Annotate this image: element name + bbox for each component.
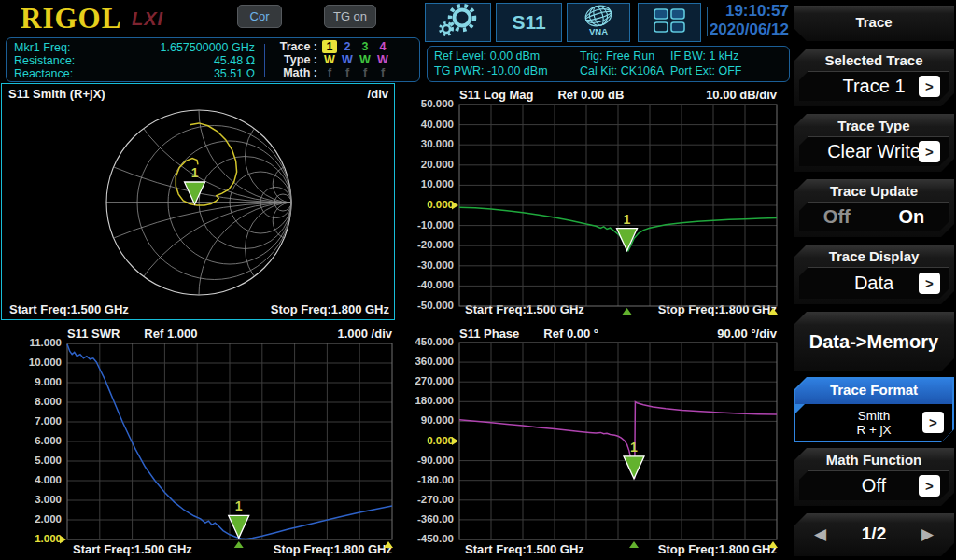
trace-3-type: W: [358, 53, 373, 66]
chevron-right-icon: >: [919, 273, 940, 294]
marker-1-triangle[interactable]: [185, 182, 205, 204]
vna-globe-icon: VNA: [578, 4, 619, 41]
type-row-label: Type :: [271, 53, 317, 66]
reactance-value: 35.51 Ω: [214, 67, 255, 80]
swr-chart-quadrant[interactable]: S11 SWR Ref 1.000 1.000 /div Start Freq:…: [0, 322, 400, 560]
phase-plot: 1: [459, 343, 777, 539]
rigol-logo: RIGOL: [21, 2, 121, 35]
measurement-s11-button[interactable]: S11: [496, 3, 562, 42]
page-next-arrow-icon[interactable]: ▶: [921, 525, 934, 544]
swr-stop-freq: Stop Freq:1.800 GHz: [274, 542, 392, 556]
chevron-right-icon: >: [922, 412, 944, 433]
y-tick-label: 270.000: [401, 375, 454, 388]
softkey-trace-type[interactable]: Trace Type Clear Write >: [794, 114, 954, 172]
reactance-label: Reactance:: [14, 67, 73, 80]
softkey-selected-trace[interactable]: Selected Trace Trace 1 >: [794, 49, 954, 106]
softkey-menu: Trace Selected Trace Trace 1 > Trace Typ…: [792, 0, 956, 560]
softkey-trace-update[interactable]: Trace Update Off On: [794, 179, 954, 237]
smith-chart-quadrant[interactable]: S11 Smith (R+jX) /div 1 Start Freq:1.500…: [1, 83, 395, 320]
ref-level-arrow-icon: [452, 437, 458, 445]
y-tick-label: 6.000: [0, 435, 62, 448]
marker-1-label: 1: [191, 165, 199, 180]
logmag-plot: 1: [459, 105, 777, 306]
softkey-trace-format[interactable]: Trace Format Smith R + jX >: [794, 377, 954, 442]
softkey-trace-display[interactable]: Trace Display Data >: [794, 245, 954, 304]
y-tick-label: -10.000: [401, 219, 454, 232]
swr-plot: 1: [67, 343, 392, 539]
quad-layout-grid-icon: [651, 6, 688, 39]
trigger-value: Trig: Free Run: [580, 49, 654, 63]
y-tick-label: -30.000: [401, 259, 454, 273]
trace-2-indicator[interactable]: 2: [340, 40, 355, 53]
trace-4-type: W: [375, 53, 390, 66]
softkey-data-to-memory[interactable]: Data->Memory: [794, 312, 954, 371]
marker-1-triangle[interactable]: [624, 456, 644, 479]
trace-3-indicator[interactable]: 3: [358, 40, 373, 53]
y-tick-label: 2.000: [0, 513, 62, 526]
math-row-label: Math :: [271, 66, 317, 79]
trace-1-indicator[interactable]: 1: [322, 40, 337, 53]
chevron-right-icon: >: [919, 475, 940, 497]
y-tick-label: 7.000: [0, 415, 62, 428]
y-tick-label: 50.000: [401, 98, 454, 111]
chevron-right-icon: >: [919, 76, 940, 97]
logmag-scale-label: 10.00 dB/div: [706, 88, 777, 102]
y-tick-label: -450.00: [401, 533, 454, 546]
y-tick-label: 0.000: [401, 435, 454, 448]
sweep-settings-panel: Ref Level: 0.00 dBm TG PWR: -10.00 dBm T…: [427, 46, 790, 82]
swr-chart-title: S11 SWR: [67, 327, 120, 341]
marker-info-panel: Mkr1 Freq: 1.657500000 GHz Resistance: 4…: [6, 37, 420, 82]
y-tick-label: -40.000: [401, 279, 454, 292]
y-tick-label: -50.000: [401, 300, 454, 313]
s11-button-label: S11: [512, 11, 545, 34]
phase-start-freq: Start Freq:1.500 GHz: [465, 542, 584, 556]
ref-level-arrow-icon: [452, 202, 458, 210]
marker-position-tick-icon: [623, 308, 632, 315]
logmag-chart-quadrant[interactable]: S11 Log Mag Ref 0.00 dB 10.00 dB/div Sta…: [401, 83, 789, 322]
smith-chart-plot: 1: [2, 84, 394, 319]
phase-chart-quadrant[interactable]: S11 Phase Ref 0.00 ° 90.00 °/div Start F…: [401, 322, 789, 560]
softkey-math-function[interactable]: Math Function Off >: [794, 448, 954, 506]
swr-ref-label: Ref 1.000: [144, 327, 197, 341]
mkr1-freq-value: 1.657500000 GHz: [161, 41, 255, 54]
marker-1-triangle[interactable]: [229, 515, 249, 538]
trace-update-on-option[interactable]: On: [898, 206, 924, 228]
page-prev-arrow-icon[interactable]: ◀: [814, 525, 826, 544]
y-tick-label: 1.000: [0, 533, 62, 546]
display-layout-button[interactable]: [638, 3, 701, 42]
trace-4-math: f: [375, 66, 390, 79]
trace-4-indicator[interactable]: 4: [375, 40, 390, 53]
if-bw-value: IF BW: 1 kHz: [670, 49, 738, 63]
tg-on-status-badge[interactable]: TG on: [324, 5, 376, 28]
resistance-value: 45.48 Ω: [214, 54, 255, 67]
resistance-label: Resistance:: [14, 54, 75, 67]
swr-scale-label: 1.000 /div: [337, 327, 392, 341]
header-divider: [707, 7, 708, 36]
y-tick-label: -20.000: [401, 239, 454, 252]
trace-2-type: W: [340, 53, 355, 66]
lxi-logo: LXI: [132, 8, 163, 30]
phase-chart-title: S11 Phase: [459, 327, 519, 341]
y-tick-label: 450.000: [401, 336, 454, 349]
y-tick-label: 180.000: [401, 395, 454, 408]
correction-status-badge[interactable]: Cor: [237, 5, 282, 28]
y-tick-label: 3.000: [0, 494, 62, 507]
mkr1-freq-label: Mkr1 Freq:: [14, 41, 70, 54]
port-ext-value: Port Ext: OFF: [670, 64, 741, 77]
y-tick-label: 30.000: [401, 138, 454, 151]
system-settings-button[interactable]: [425, 3, 491, 42]
y-tick-label: 8.000: [0, 396, 62, 409]
vna-screen: RIGOL LXI Cor TG on S11: [0, 0, 956, 560]
trace-3-math: f: [358, 66, 373, 79]
y-tick-label: -180.00: [401, 474, 454, 487]
vna-mode-button[interactable]: VNA: [567, 3, 630, 42]
y-tick-label: 20.000: [401, 159, 454, 172]
smith-trace: [176, 123, 236, 205]
cal-kit-value: Cal Kit: CK106A: [580, 64, 664, 77]
phase-ref-label: Ref 0.00 °: [543, 327, 598, 341]
ref-level-value: Ref Level: 0.00 dBm: [434, 49, 540, 63]
trace-1-type: W: [322, 53, 337, 66]
trace-update-off-option[interactable]: Off: [823, 206, 851, 228]
softkey-page-control[interactable]: ◀ 1/2 ▶: [794, 513, 954, 556]
y-tick-label: 5.000: [0, 455, 62, 468]
